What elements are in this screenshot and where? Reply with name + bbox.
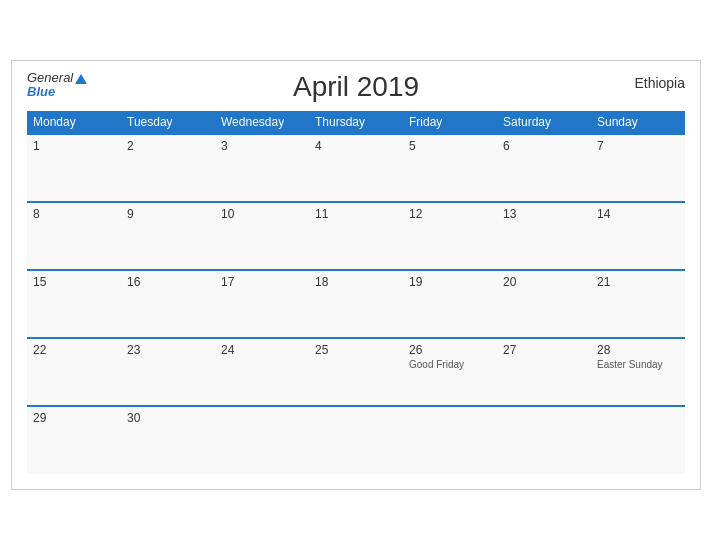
calendar-cell: 17 [215,270,309,338]
calendar-cell: 5 [403,134,497,202]
calendar-cell: 11 [309,202,403,270]
calendar-cell: 23 [121,338,215,406]
day-number: 1 [33,139,115,153]
calendar-cell: 18 [309,270,403,338]
country-label: Ethiopia [634,75,685,91]
calendar-cell: 6 [497,134,591,202]
day-number: 12 [409,207,491,221]
day-number: 20 [503,275,585,289]
calendar-cell: 20 [497,270,591,338]
calendar-cell: 10 [215,202,309,270]
calendar-cell [591,406,685,474]
holiday-name: Good Friday [409,359,491,370]
header-monday: Monday [27,111,121,134]
calendar-cell: 13 [497,202,591,270]
week-row-1: 1234567 [27,134,685,202]
calendar-cell: 15 [27,270,121,338]
day-number: 27 [503,343,585,357]
calendar-cell: 27 [497,338,591,406]
header-tuesday: Tuesday [121,111,215,134]
header-friday: Friday [403,111,497,134]
day-number: 2 [127,139,209,153]
day-number: 3 [221,139,303,153]
day-number: 30 [127,411,209,425]
day-number: 9 [127,207,209,221]
calendar-cell [497,406,591,474]
day-number: 23 [127,343,209,357]
calendar-cell: 29 [27,406,121,474]
calendar-cell: 22 [27,338,121,406]
day-number: 6 [503,139,585,153]
calendar-cell: 12 [403,202,497,270]
week-row-2: 891011121314 [27,202,685,270]
calendar-cell: 26Good Friday [403,338,497,406]
day-number: 14 [597,207,679,221]
day-number: 15 [33,275,115,289]
header-thursday: Thursday [309,111,403,134]
day-number: 26 [409,343,491,357]
logo: General Blue [27,71,87,100]
day-number: 29 [33,411,115,425]
day-number: 18 [315,275,397,289]
calendar-cell: 21 [591,270,685,338]
calendar-header: General Blue April 2019 Ethiopia [27,71,685,103]
calendar-cell: 2 [121,134,215,202]
day-number: 28 [597,343,679,357]
logo-general-text: General [27,71,87,85]
day-number: 7 [597,139,679,153]
calendar-cell: 25 [309,338,403,406]
calendar-cell: 4 [309,134,403,202]
calendar-cell [215,406,309,474]
day-number: 19 [409,275,491,289]
header-wednesday: Wednesday [215,111,309,134]
day-number: 24 [221,343,303,357]
calendar-cell: 1 [27,134,121,202]
logo-blue-text: Blue [27,85,87,99]
weekday-header-row: Monday Tuesday Wednesday Thursday Friday… [27,111,685,134]
calendar-container: General Blue April 2019 Ethiopia Monday … [11,60,701,490]
calendar-cell: 14 [591,202,685,270]
calendar-cell: 7 [591,134,685,202]
calendar-cell: 28Easter Sunday [591,338,685,406]
day-number: 16 [127,275,209,289]
day-number: 5 [409,139,491,153]
day-number: 8 [33,207,115,221]
calendar-cell: 3 [215,134,309,202]
calendar-cell: 9 [121,202,215,270]
day-number: 4 [315,139,397,153]
calendar-body: 1234567891011121314151617181920212223242… [27,134,685,474]
week-row-4: 2223242526Good Friday2728Easter Sunday [27,338,685,406]
week-row-5: 2930 [27,406,685,474]
header-saturday: Saturday [497,111,591,134]
header-sunday: Sunday [591,111,685,134]
day-number: 25 [315,343,397,357]
calendar-cell [309,406,403,474]
calendar-grid: Monday Tuesday Wednesday Thursday Friday… [27,111,685,474]
calendar-cell: 24 [215,338,309,406]
day-number: 13 [503,207,585,221]
day-number: 11 [315,207,397,221]
calendar-title: April 2019 [293,71,419,103]
day-number: 22 [33,343,115,357]
week-row-3: 15161718192021 [27,270,685,338]
day-number: 10 [221,207,303,221]
calendar-cell: 30 [121,406,215,474]
calendar-cell: 19 [403,270,497,338]
logo-triangle-icon [75,74,87,84]
day-number: 21 [597,275,679,289]
day-number: 17 [221,275,303,289]
calendar-cell [403,406,497,474]
holiday-name: Easter Sunday [597,359,679,370]
calendar-cell: 8 [27,202,121,270]
calendar-cell: 16 [121,270,215,338]
